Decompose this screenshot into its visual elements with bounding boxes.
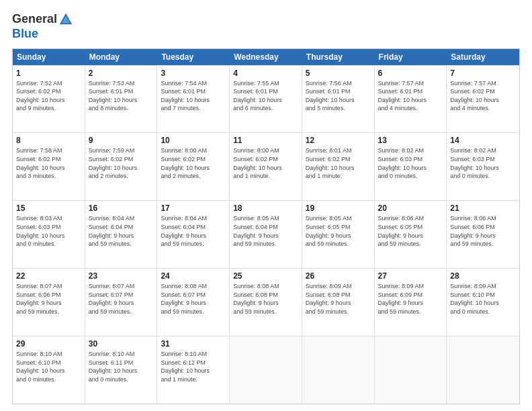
cell-info: Sunrise: 8:06 AM xyxy=(450,214,516,223)
cell-info: Sunrise: 8:01 AM xyxy=(306,146,371,155)
day-number: 28 xyxy=(450,271,516,281)
cell-info: Daylight: 9 hours xyxy=(378,299,443,308)
calendar-row-2: 8Sunrise: 7:58 AMSunset: 6:02 PMDaylight… xyxy=(13,132,519,200)
cell-info: Daylight: 9 hours xyxy=(161,299,226,308)
calendar-cell-3: 3Sunrise: 7:54 AMSunset: 6:01 PMDaylight… xyxy=(157,66,230,133)
cell-info: Sunset: 6:02 PM xyxy=(89,155,154,164)
cell-info: Sunset: 6:03 PM xyxy=(16,223,81,232)
cell-info: Sunset: 6:01 PM xyxy=(306,87,371,96)
cell-info: and 59 minutes. xyxy=(306,240,371,248)
cell-info: Sunrise: 8:04 AM xyxy=(89,214,154,223)
logo: General Blue xyxy=(12,12,73,42)
header-day-saturday: Saturday xyxy=(447,49,519,65)
day-number: 24 xyxy=(161,271,226,281)
cell-info: and 1 minute. xyxy=(306,172,371,181)
calendar-cell-5: 5Sunrise: 7:56 AMSunset: 6:01 PMDaylight… xyxy=(302,66,375,133)
day-number: 26 xyxy=(306,271,371,281)
cell-info: Daylight: 10 hours xyxy=(306,164,371,173)
cell-info: Sunrise: 7:53 AM xyxy=(89,79,154,88)
cell-info: and 2 minutes. xyxy=(89,172,154,181)
header-day-thursday: Thursday xyxy=(302,49,375,65)
cell-info: Sunrise: 8:05 AM xyxy=(233,214,298,223)
cell-info: Daylight: 9 hours xyxy=(306,232,371,240)
cell-info: Sunrise: 7:55 AM xyxy=(233,79,298,88)
cell-info: Sunset: 6:01 PM xyxy=(378,87,443,96)
cell-info: Sunrise: 7:52 AM xyxy=(16,79,81,88)
cell-info: Sunrise: 8:10 AM xyxy=(161,350,226,359)
day-number: 15 xyxy=(16,203,81,213)
cell-info: Daylight: 10 hours xyxy=(89,164,154,173)
day-number: 27 xyxy=(378,271,443,281)
cell-info: Sunset: 6:09 PM xyxy=(378,291,443,300)
cell-info: Sunset: 6:02 PM xyxy=(450,87,516,96)
calendar-body: 1Sunrise: 7:52 AMSunset: 6:02 PMDaylight… xyxy=(13,65,519,404)
day-number: 4 xyxy=(233,68,298,78)
calendar-cell-6: 6Sunrise: 7:57 AMSunset: 6:01 PMDaylight… xyxy=(375,66,447,133)
day-number: 22 xyxy=(16,271,81,281)
day-number: 11 xyxy=(233,136,298,145)
day-number: 5 xyxy=(306,68,371,78)
cell-info: Sunset: 6:07 PM xyxy=(89,291,154,300)
calendar-cell-28: 28Sunrise: 8:09 AMSunset: 6:10 PMDayligh… xyxy=(447,269,519,336)
day-number: 13 xyxy=(378,136,443,145)
cell-info: Sunset: 6:03 PM xyxy=(450,155,516,164)
calendar-row-5: 29Sunrise: 8:10 AMSunset: 6:10 PMDayligh… xyxy=(13,336,519,404)
calendar-cell-19: 19Sunrise: 8:05 AMSunset: 6:05 PMDayligh… xyxy=(302,201,375,268)
day-number: 9 xyxy=(89,136,154,145)
cell-info: Daylight: 10 hours xyxy=(16,164,81,173)
cell-info: and 59 minutes. xyxy=(233,240,298,248)
cell-info: Sunset: 6:04 PM xyxy=(161,223,226,232)
calendar-cell-16: 16Sunrise: 8:04 AMSunset: 6:04 PMDayligh… xyxy=(85,201,158,268)
cell-info: and 59 minutes. xyxy=(378,240,443,248)
cell-info: Sunrise: 8:06 AM xyxy=(378,214,443,223)
day-number: 31 xyxy=(161,339,226,349)
cell-info: and 6 minutes. xyxy=(233,104,298,113)
calendar-cell-24: 24Sunrise: 8:08 AMSunset: 6:07 PMDayligh… xyxy=(157,269,230,336)
cell-info: Daylight: 10 hours xyxy=(233,96,298,105)
day-number: 16 xyxy=(89,203,154,213)
cell-info: and 59 minutes. xyxy=(450,240,516,248)
day-number: 20 xyxy=(378,203,443,213)
cell-info: and 4 minutes. xyxy=(378,104,443,113)
cell-info: Daylight: 9 hours xyxy=(450,232,516,240)
calendar-cell-empty xyxy=(447,336,519,404)
page: General Blue SundayMondayTuesdayWednesda… xyxy=(0,0,532,411)
cell-info: Sunrise: 8:09 AM xyxy=(450,282,516,291)
cell-info: Daylight: 9 hours xyxy=(161,232,226,240)
day-number: 12 xyxy=(306,136,371,145)
day-number: 29 xyxy=(16,339,81,349)
calendar-cell-10: 10Sunrise: 8:00 AMSunset: 6:02 PMDayligh… xyxy=(157,133,230,200)
cell-info: Daylight: 10 hours xyxy=(161,367,226,375)
cell-info: Daylight: 9 hours xyxy=(233,232,298,240)
day-number: 14 xyxy=(450,136,516,145)
cell-info: and 0 minutes. xyxy=(89,375,154,384)
calendar-cell-9: 9Sunrise: 7:59 AMSunset: 6:02 PMDaylight… xyxy=(85,133,158,200)
calendar-cell-23: 23Sunrise: 8:07 AMSunset: 6:07 PMDayligh… xyxy=(85,269,158,336)
cell-info: Daylight: 10 hours xyxy=(16,96,81,105)
day-number: 8 xyxy=(16,136,81,145)
cell-info: Sunrise: 7:57 AM xyxy=(450,79,516,88)
cell-info: Daylight: 10 hours xyxy=(450,299,516,308)
cell-info: Sunrise: 8:05 AM xyxy=(306,214,371,223)
calendar-cell-22: 22Sunrise: 8:07 AMSunset: 6:06 PMDayligh… xyxy=(13,269,85,336)
cell-info: and 1 minute. xyxy=(233,172,298,181)
day-number: 23 xyxy=(89,271,154,281)
cell-info: and 59 minutes. xyxy=(161,308,226,316)
cell-info: Sunrise: 8:02 AM xyxy=(378,146,443,155)
calendar-cell-21: 21Sunrise: 8:06 AMSunset: 6:06 PMDayligh… xyxy=(447,201,519,268)
calendar: SundayMondayTuesdayWednesdayThursdayFrid… xyxy=(12,48,520,404)
calendar-cell-29: 29Sunrise: 8:10 AMSunset: 6:10 PMDayligh… xyxy=(13,336,85,404)
calendar-cell-31: 31Sunrise: 8:10 AMSunset: 6:12 PMDayligh… xyxy=(157,336,230,404)
cell-info: Sunset: 6:06 PM xyxy=(16,291,81,300)
calendar-cell-8: 8Sunrise: 7:58 AMSunset: 6:02 PMDaylight… xyxy=(13,133,85,200)
cell-info: and 0 minutes. xyxy=(16,240,81,248)
cell-info: Daylight: 9 hours xyxy=(306,299,371,308)
cell-info: Sunset: 6:11 PM xyxy=(89,359,154,367)
day-number: 25 xyxy=(233,271,298,281)
day-number: 6 xyxy=(378,68,443,78)
cell-info: Daylight: 10 hours xyxy=(161,96,226,105)
calendar-cell-25: 25Sunrise: 8:08 AMSunset: 6:08 PMDayligh… xyxy=(230,269,302,336)
calendar-row-1: 1Sunrise: 7:52 AMSunset: 6:02 PMDaylight… xyxy=(13,65,519,133)
calendar-cell-4: 4Sunrise: 7:55 AMSunset: 6:01 PMDaylight… xyxy=(230,66,302,133)
cell-info: Daylight: 9 hours xyxy=(89,299,154,308)
